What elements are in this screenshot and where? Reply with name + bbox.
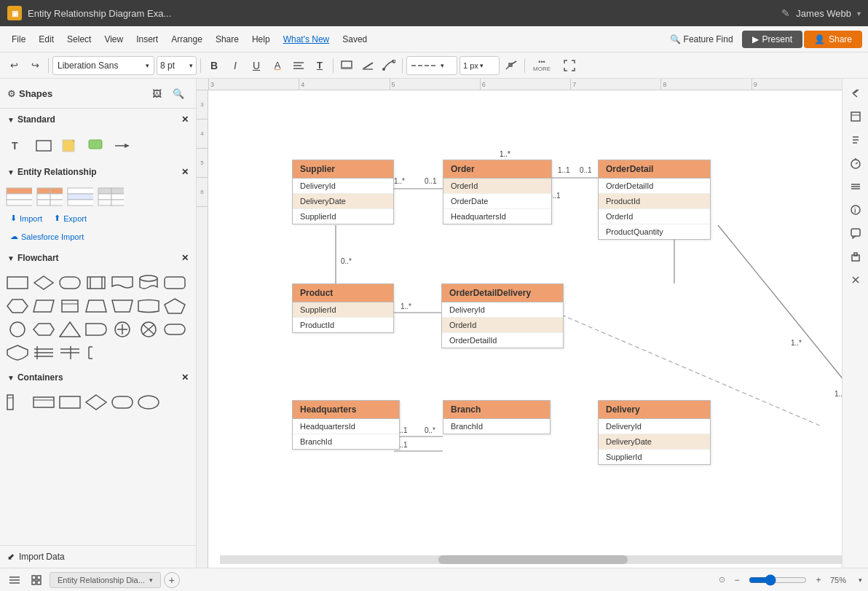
menu-help[interactable]: Help bbox=[246, 31, 276, 47]
text-shape[interactable]: T bbox=[6, 134, 29, 157]
bold-button[interactable]: B bbox=[205, 56, 224, 75]
present-button[interactable]: ▶ Present bbox=[742, 31, 802, 48]
er-table-1[interactable] bbox=[6, 187, 32, 207]
menu-share[interactable]: Share bbox=[210, 31, 245, 47]
flowchart-section-header[interactable]: ▼ Flowchart ✕ bbox=[0, 247, 196, 269]
undo-button[interactable]: ↩ bbox=[4, 56, 23, 75]
fc-rounded-rect[interactable] bbox=[58, 273, 82, 293]
more-button[interactable]: ••• MORE bbox=[529, 56, 555, 75]
rectangle-shape[interactable] bbox=[32, 134, 55, 157]
fc-trapezoid[interactable] bbox=[84, 296, 108, 316]
fc-bracket[interactable] bbox=[84, 343, 108, 363]
delivery-entity[interactable]: Delivery DeliveryId DeliveryDate Supplie… bbox=[598, 400, 711, 465]
fc-triangle[interactable] bbox=[58, 319, 82, 340]
list-view-button[interactable] bbox=[6, 571, 23, 589]
fc-list[interactable] bbox=[32, 343, 55, 363]
feature-find-button[interactable]: 🔍 Feature Find bbox=[663, 31, 741, 47]
fc-xor[interactable] bbox=[137, 319, 160, 340]
orderdetaildelivery-entity[interactable]: OrderDetailDelivery DeliveryId OrderId O… bbox=[441, 283, 564, 348]
extra-panel-button[interactable] bbox=[845, 270, 866, 290]
order-entity[interactable]: Order OrderId OrderDate HeadquartersId bbox=[443, 160, 552, 224]
container-6[interactable] bbox=[137, 392, 160, 412]
canvas[interactable]: 1..* 0..1 1..1 0..1 0..1 0..* 1..* 1..* bbox=[208, 90, 842, 568]
info-panel-button[interactable]: i bbox=[845, 200, 866, 220]
fc-shield[interactable] bbox=[6, 343, 29, 363]
fc-rounded-rect2[interactable] bbox=[163, 273, 186, 293]
fc-database[interactable] bbox=[137, 273, 160, 293]
fc-start-end[interactable] bbox=[163, 319, 186, 340]
er-section-header[interactable]: ▼ Entity Relationship ✕ bbox=[0, 161, 196, 183]
format-panel-button[interactable] bbox=[845, 106, 866, 127]
plugin-panel-button[interactable] bbox=[845, 246, 866, 267]
canvas-container[interactable]: 3 4 5 6 7 8 9 3 4 5 6 1..* bbox=[197, 79, 842, 568]
menu-edit[interactable]: Edit bbox=[33, 31, 60, 47]
line-width-select[interactable]: 1 px ▾ bbox=[459, 56, 500, 75]
fc-paper[interactable] bbox=[111, 273, 134, 293]
zoom-slider[interactable] bbox=[749, 574, 807, 586]
sidebar-search-button[interactable]: 🔍 bbox=[168, 83, 189, 103]
share-button[interactable]: 👤 Share bbox=[804, 31, 862, 48]
fc-diamond[interactable] bbox=[32, 273, 55, 293]
fc-delay[interactable] bbox=[84, 319, 108, 340]
menu-arrange[interactable]: Arrange bbox=[165, 31, 208, 47]
waypoint-button[interactable] bbox=[502, 56, 521, 75]
menu-select[interactable]: Select bbox=[61, 31, 97, 47]
align-button[interactable] bbox=[289, 56, 308, 75]
pages-panel-button[interactable] bbox=[845, 130, 866, 150]
horizontal-scrollbar[interactable] bbox=[220, 555, 842, 564]
fc-plus[interactable] bbox=[111, 319, 134, 340]
er-table-2[interactable] bbox=[36, 187, 63, 207]
redo-button[interactable]: ↪ bbox=[25, 56, 44, 75]
container-4[interactable] bbox=[84, 392, 108, 412]
italic-button[interactable]: I bbox=[226, 56, 245, 75]
menu-view[interactable]: View bbox=[98, 31, 129, 47]
fc-parallelogram[interactable] bbox=[32, 296, 55, 316]
font-size-select[interactable]: 8 pt ▾ bbox=[157, 56, 197, 75]
standard-section-header[interactable]: ▼ Standard ✕ bbox=[0, 109, 196, 130]
menu-saved[interactable]: Saved bbox=[336, 31, 373, 47]
note-shape[interactable] bbox=[58, 134, 82, 157]
text-format-button[interactable]: T bbox=[310, 56, 329, 75]
sidebar-image-button[interactable]: 🖼 bbox=[146, 83, 167, 103]
stroke-color-button[interactable] bbox=[358, 56, 377, 75]
connection-style-button[interactable] bbox=[379, 56, 398, 75]
er-close-icon[interactable]: ✕ bbox=[181, 167, 189, 177]
layers-panel-button[interactable] bbox=[845, 176, 866, 197]
orderdetail-entity[interactable]: OrderDetail OrderDetailId ProductId Orde… bbox=[598, 160, 711, 240]
headquarters-entity[interactable]: Headquarters HeadquartersId BranchId bbox=[292, 400, 400, 450]
product-entity[interactable]: Product SupplierId ProductId bbox=[292, 283, 394, 333]
menu-file[interactable]: File bbox=[6, 31, 31, 47]
grid-view-button[interactable] bbox=[28, 571, 45, 589]
er-table-4[interactable] bbox=[98, 187, 124, 207]
edit-title-icon[interactable]: ✎ bbox=[781, 7, 790, 19]
fc-circle[interactable] bbox=[6, 319, 29, 340]
salesforce-import-button[interactable]: ☁ Salesforce Import bbox=[7, 230, 189, 243]
fc-cylinder[interactable] bbox=[58, 296, 82, 316]
fc-pentagon[interactable] bbox=[163, 296, 186, 316]
fc-hexagon[interactable] bbox=[6, 296, 29, 316]
supplier-entity[interactable]: Supplier DeliveryId DeliveryDate Supplie… bbox=[292, 160, 394, 224]
comment-panel-button[interactable] bbox=[845, 223, 866, 243]
fc-merge[interactable] bbox=[58, 343, 82, 363]
fc-process[interactable] bbox=[84, 273, 108, 293]
container-3[interactable] bbox=[58, 392, 82, 412]
zoom-in-button[interactable]: + bbox=[810, 571, 827, 589]
er-table-3[interactable] bbox=[67, 187, 93, 207]
fc-tape[interactable] bbox=[137, 296, 160, 316]
flowchart-close-icon[interactable]: ✕ bbox=[181, 253, 189, 263]
expand-canvas-button[interactable] bbox=[560, 56, 579, 75]
zoom-out-button[interactable]: − bbox=[728, 571, 746, 589]
line-style-select[interactable]: ▾ bbox=[406, 56, 457, 75]
export-button[interactable]: ⬆ Export bbox=[51, 212, 90, 224]
fc-manual-op[interactable] bbox=[111, 296, 134, 316]
fc-display[interactable] bbox=[32, 319, 55, 340]
containers-section-header[interactable]: ▼ Containers ✕ bbox=[0, 367, 196, 388]
import-button[interactable]: ⬇ Import bbox=[7, 212, 45, 224]
container-1[interactable] bbox=[6, 392, 29, 412]
fc-rectangle[interactable] bbox=[6, 273, 29, 293]
font-family-select[interactable]: Liberation Sans ▾ bbox=[52, 56, 154, 75]
timer-panel-button[interactable] bbox=[845, 153, 866, 173]
callout-shape[interactable] bbox=[84, 134, 108, 157]
container-5[interactable] bbox=[111, 392, 134, 412]
menu-insert[interactable]: Insert bbox=[130, 31, 164, 47]
